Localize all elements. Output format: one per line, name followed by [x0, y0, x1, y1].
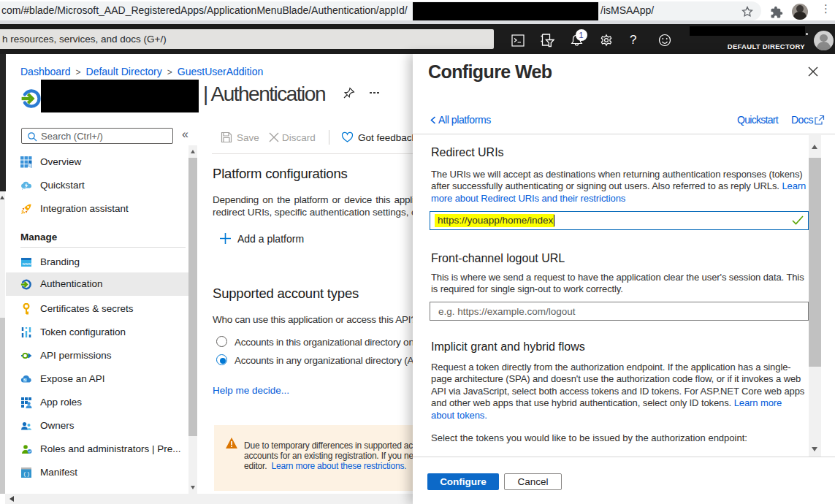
svg-text:www: www: [22, 261, 31, 266]
svg-text:(): (): [23, 470, 31, 477]
